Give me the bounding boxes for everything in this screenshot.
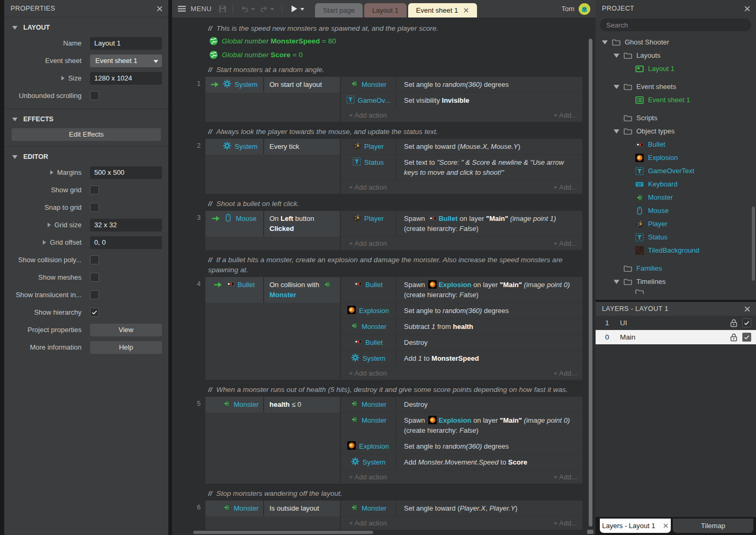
event-comment[interactable]: //Shoot a bullet on left click.: [208, 199, 581, 209]
editor-section-header[interactable]: EDITOR: [4, 150, 168, 164]
margins-field[interactable]: 500 x 500: [90, 166, 162, 179]
action-text[interactable]: Add Monster.Movement.Speed to Score: [395, 454, 582, 470]
add-action-link[interactable]: + Add action: [349, 239, 387, 248]
event-comment[interactable]: //If a bullet hits a monster, create an …: [208, 255, 581, 275]
tab-start-page[interactable]: Start page: [315, 3, 363, 17]
size-field[interactable]: 1280 x 1024: [90, 72, 162, 85]
project-tree-item-bullet[interactable]: Bullet: [596, 138, 756, 151]
redo-button[interactable]: [259, 4, 274, 13]
action-row[interactable]: MonsterSubtract 1 from health: [341, 318, 582, 334]
condition-object[interactable]: System: [205, 77, 264, 93]
layer-visibility-checkbox[interactable]: [742, 318, 751, 327]
action-row[interactable]: BulletDestroy: [341, 334, 582, 350]
close-icon[interactable]: [744, 306, 751, 313]
action-row[interactable]: MonsterSet angle toward (Player.X, Playe…: [341, 501, 582, 516]
action-row[interactable]: GameOv...Set visibility Invisible: [341, 92, 582, 108]
global-variable[interactable]: Global number Score = 0: [209, 49, 596, 60]
vertical-scrollbar[interactable]: [589, 39, 592, 527]
action-text[interactable]: Subtract 1 from health: [395, 319, 582, 334]
snap-to-grid-checkbox[interactable]: [90, 203, 99, 212]
expander-down-icon[interactable]: [614, 84, 619, 89]
project-tree-item-status[interactable]: Status: [596, 230, 756, 244]
project-tree-item-event-sheets[interactable]: Event sheets: [596, 80, 756, 93]
action-text[interactable]: Set angle toward (Mouse.X, Mouse.Y): [395, 139, 582, 154]
condition-row[interactable]: SystemEvery tick: [205, 139, 340, 155]
close-icon[interactable]: [663, 523, 669, 529]
expander-right-icon[interactable]: [47, 222, 51, 227]
action-text[interactable]: Add 1 to MonsterSpeed: [395, 351, 582, 366]
condition-object[interactable]: Bullet: [205, 277, 264, 303]
grid-offset-field[interactable]: 0, 0: [90, 236, 162, 249]
add-condition-link[interactable]: + Add...: [554, 183, 577, 192]
project-tree-item-timelines[interactable]: Timelines: [596, 275, 756, 288]
event-comment[interactable]: //Start monsters at a random angle.: [208, 65, 581, 75]
expander-down-icon[interactable]: [602, 40, 608, 44]
project-tree-item-keyboard[interactable]: Keyboard: [596, 177, 756, 191]
event-comment[interactable]: //Stop monsters wandering off the layout…: [208, 488, 581, 498]
close-icon[interactable]: [463, 7, 469, 13]
project-tree-item-object-types[interactable]: Object types: [596, 124, 756, 138]
action-row[interactable]: MonsterDestroy: [341, 397, 582, 412]
condition-text[interactable]: health ≤ 0: [264, 397, 340, 413]
condition-object[interactable]: System: [205, 139, 264, 155]
event-comment[interactable]: //This is the speed new monsters are spa…: [208, 23, 581, 33]
add-action-link[interactable]: + Add action: [349, 369, 387, 378]
show-collision-checkbox[interactable]: [90, 255, 99, 264]
action-text[interactable]: Spawn Bullet on layer "Main" (image poin…: [395, 211, 582, 236]
menu-button[interactable]: MENU: [191, 5, 212, 13]
lock-icon[interactable]: [729, 333, 739, 342]
event-comment[interactable]: //When a monster runs out of health (5 h…: [208, 385, 581, 395]
expander-right-icon[interactable]: [50, 170, 53, 175]
action-row[interactable]: SystemAdd 1 to MonsterSpeed: [341, 350, 582, 366]
expander-down-icon[interactable]: [614, 53, 619, 58]
add-action-link[interactable]: + Add action: [349, 519, 387, 528]
show-translucent-checkbox[interactable]: [90, 290, 99, 299]
layer-row-ui[interactable]: 1UI: [596, 316, 756, 330]
action-text[interactable]: Destroy: [395, 397, 582, 412]
project-tree-item-gameovertext[interactable]: GameOverText: [596, 164, 756, 177]
add-condition-link[interactable]: + Add...: [554, 239, 577, 248]
project-tree-item-ghost-shooter[interactable]: Ghost Shooter: [596, 35, 756, 49]
effects-section-header[interactable]: EFFECTS: [4, 112, 168, 126]
bottom-tab-layers-layout-1[interactable]: Layers - Layout 1: [600, 519, 671, 533]
action-text[interactable]: Spawn Explosion on layer "Main" (image p…: [395, 413, 582, 438]
action-row[interactable]: MonsterSpawn Explosion on layer "Main" (…: [341, 412, 582, 438]
save-icon[interactable]: [218, 4, 227, 13]
project-tree-item-player[interactable]: Player: [596, 217, 756, 230]
event-comment[interactable]: //Always look the player towards the mou…: [208, 127, 581, 137]
project-tree-item-scripts[interactable]: Scripts: [596, 111, 756, 124]
view-button[interactable]: View: [90, 324, 162, 336]
condition-object[interactable]: Monster: [205, 501, 264, 516]
condition-text[interactable]: On start of layout: [264, 77, 340, 93]
action-row[interactable]: ExplosionSet angle to random(360) degree…: [341, 302, 582, 318]
expander-right-icon[interactable]: [42, 240, 46, 245]
grid-size-field[interactable]: 32 x 32: [90, 219, 162, 231]
action-text[interactable]: Spawn Explosion on layer "Main" (image p…: [395, 277, 582, 302]
action-row[interactable]: BulletSpawn Explosion on layer "Main" (i…: [341, 277, 582, 302]
condition-text[interactable]: On Left button Clicked: [264, 211, 340, 237]
condition-text[interactable]: Every tick: [264, 139, 340, 155]
add-action-link[interactable]: + Add action: [349, 183, 387, 192]
close-icon[interactable]: [156, 5, 163, 12]
project-tree-item-monster[interactable]: Monster: [596, 191, 756, 204]
undo-button[interactable]: [240, 4, 255, 13]
user-account[interactable]: Tom: [561, 3, 590, 15]
layer-visibility-checkbox[interactable]: [742, 333, 751, 342]
project-tree-item-explosion[interactable]: Explosion: [596, 151, 756, 164]
action-row[interactable]: MonsterSet angle to random(360) degrees: [341, 77, 582, 92]
horizontal-scrollbar[interactable]: [193, 531, 373, 534]
add-condition-link[interactable]: + Add...: [554, 111, 577, 120]
action-text[interactable]: Destroy: [395, 335, 582, 350]
unbounded-scrolling-checkbox[interactable]: [90, 91, 99, 100]
project-tree-item-layout-1[interactable]: Layout 1: [596, 62, 756, 75]
project-tree-item-event-sheet-1[interactable]: Event sheet 1: [596, 93, 756, 106]
condition-row[interactable]: Monsterhealth ≤ 0: [205, 397, 340, 413]
action-text[interactable]: Set text to "Score: " & Score & newline …: [395, 155, 582, 180]
global-variable[interactable]: Global number MonsterSpeed = 80: [209, 35, 596, 46]
help-button[interactable]: Help: [90, 341, 162, 354]
action-row[interactable]: PlayerSet angle toward (Mouse.X, Mouse.Y…: [341, 139, 582, 154]
show-grid-checkbox[interactable]: [90, 185, 99, 194]
close-icon[interactable]: [744, 5, 751, 12]
condition-row[interactable]: MonsterIs outside layout: [205, 501, 340, 516]
action-row[interactable]: SystemAdd Monster.Movement.Speed to Scor…: [341, 454, 582, 470]
